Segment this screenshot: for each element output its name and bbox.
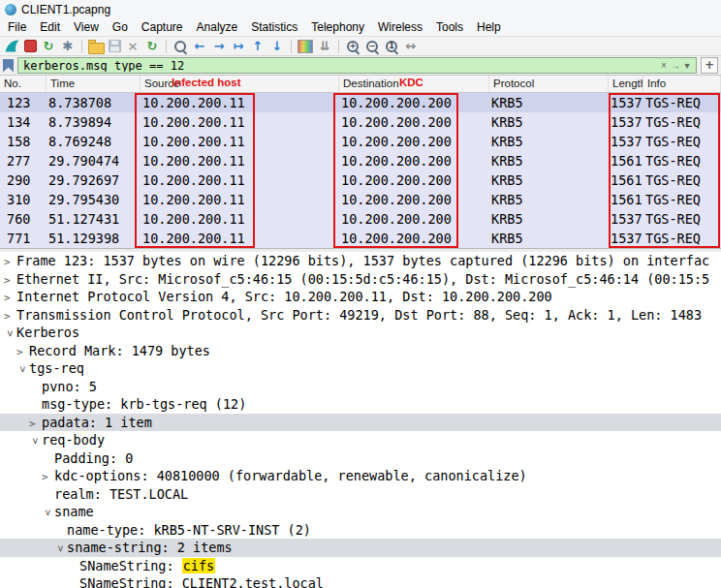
cell-time: 29.792697 — [47, 170, 141, 190]
detail-kerberos[interactable]: >Kerberos — [0, 324, 721, 342]
cell-time: 8.739894 — [47, 112, 141, 132]
close-file-icon[interactable]: × — [125, 39, 141, 54]
zoom-in-icon[interactable]: + — [345, 39, 360, 54]
filter-add-button[interactable]: + — [701, 57, 718, 74]
detail-realm[interactable]: realm: TEST.LOCAL — [0, 485, 721, 504]
detail-snamestring-cifs[interactable]: SNameString: cifs — [0, 557, 721, 575]
packet-row-310[interactable]: 31029.79543010.200.200.1110.200.200.200K… — [0, 190, 721, 209]
expander-icon[interactable]: > — [4, 290, 16, 306]
cell-info: TGS-REQ — [643, 93, 721, 112]
display-filter-input[interactable] — [21, 59, 658, 72]
go-back-icon[interactable]: ← — [192, 39, 207, 54]
resize-columns-icon[interactable]: ↔ — [403, 39, 419, 54]
reload-file-icon[interactable]: ↻ — [144, 39, 160, 54]
menu-file[interactable]: File — [1, 19, 33, 36]
detail-sname[interactable]: >sname — [0, 503, 721, 521]
first-packet-icon[interactable]: ↑ — [250, 39, 266, 54]
expander-icon[interactable]: > — [4, 272, 16, 289]
column-header-length[interactable]: Length — [609, 76, 643, 92]
column-header-time[interactable]: Time — [47, 76, 141, 92]
packet-row-134[interactable]: 1348.73989410.200.200.1110.200.200.200KR… — [0, 112, 721, 132]
filter-bar: × → ▾ + — [0, 56, 721, 76]
menu-view[interactable]: View — [67, 19, 106, 36]
detail-padding[interactable]: Padding: 0 — [0, 449, 721, 468]
zoom-reset-icon[interactable]: 1 — [384, 39, 399, 54]
detail-ethernet[interactable]: >Ethernet II, Src: Microsof_c5:46:15 (00… — [0, 270, 721, 289]
expander-icon[interactable]: > — [42, 469, 54, 485]
menu-capture[interactable]: Capture — [135, 19, 190, 36]
detail-ip-text: Internet Protocol Version 4, Src: 10.200… — [16, 289, 552, 304]
find-packet-icon[interactable] — [172, 39, 188, 54]
detail-kerberos-text: Kerberos — [16, 325, 79, 340]
expander-icon[interactable]: > — [1, 330, 19, 342]
detail-padding-text: Padding: 0 — [54, 450, 133, 466]
detail-frame[interactable]: >Frame 123: 1537 bytes on wire (12296 bi… — [0, 252, 721, 270]
expander-icon[interactable]: > — [39, 510, 57, 521]
cell-info: TGS-REQ — [643, 229, 721, 248]
zoom-out-icon-label: − — [367, 42, 377, 51]
filter-clear-icon[interactable]: × — [658, 59, 670, 73]
restart-capture-icon[interactable]: ↻ — [41, 39, 56, 54]
column-header-info[interactable]: Info — [643, 76, 721, 92]
filter-bookmark-icon[interactable] — [3, 59, 14, 73]
column-header-no[interactable]: No. — [0, 76, 47, 92]
detail-tcp[interactable]: >Transmission Control Protocol, Src Port… — [0, 306, 721, 325]
detail-ip[interactable]: >Internet Protocol Version 4, Src: 10.20… — [0, 288, 721, 306]
cell-time: 8.738708 — [47, 93, 141, 112]
auto-scroll-icon[interactable]: ⇊ — [317, 39, 332, 54]
cell-length: 1537 — [609, 132, 643, 151]
capture-options-icon[interactable]: ✱ — [60, 39, 76, 54]
packet-row-123[interactable]: 1238.73870810.200.200.1110.200.200.200KR… — [0, 93, 721, 112]
menu-edit[interactable]: Edit — [33, 19, 67, 36]
annotation-kdc: KDC — [399, 77, 423, 88]
packet-row-290[interactable]: 29029.79269710.200.200.1110.200.200.200K… — [0, 170, 721, 190]
menu-wireless[interactable]: Wireless — [371, 19, 429, 36]
menu-statistics[interactable]: Statistics — [244, 19, 304, 36]
expander-icon[interactable]: > — [29, 416, 42, 432]
detail-record-mark[interactable]: >Record Mark: 1479 bytes — [0, 342, 721, 360]
menu-telephony[interactable]: Telephony — [304, 19, 371, 36]
cell-destination: 10.200.200.200 — [339, 93, 489, 112]
last-packet-icon[interactable]: ↓ — [269, 39, 285, 54]
detail-req-body[interactable]: >req-body — [0, 431, 721, 449]
colorize-packets-icon[interactable] — [298, 40, 313, 53]
detail-snamestring-client2[interactable]: SNameString: CLIENT2.test.local — [0, 574, 721, 588]
detail-padata[interactable]: >padata: 1 item — [0, 414, 721, 432]
cell-length: 1537 — [609, 112, 643, 132]
cell-no: 290 — [0, 170, 47, 190]
detail-name-type[interactable]: name-type: kRB5-NT-SRV-INST (2) — [0, 521, 721, 540]
go-to-packet-icon[interactable]: ↦ — [231, 39, 246, 54]
menu-go[interactable]: Go — [106, 19, 135, 36]
start-capture-icon[interactable] — [4, 39, 20, 53]
menu-tools[interactable]: Tools — [429, 19, 470, 36]
go-forward-icon[interactable]: → — [211, 39, 227, 54]
zoom-out-icon[interactable]: − — [364, 39, 380, 54]
filter-apply-icon[interactable]: → — [670, 59, 681, 73]
packet-row-158[interactable]: 1588.76924810.200.200.1110.200.200.200KR… — [0, 132, 721, 151]
stop-capture-icon[interactable] — [24, 40, 37, 52]
filter-dropdown-icon[interactable]: ▾ — [681, 59, 693, 73]
menu-help[interactable]: Help — [470, 19, 508, 36]
menu-analyze[interactable]: Analyze — [190, 19, 245, 36]
cell-protocol: KRB5 — [489, 151, 609, 170]
packet-row-277[interactable]: 27729.79047410.200.200.1110.200.200.200K… — [0, 151, 721, 170]
detail-msg-type-text: msg-type: krb-tgs-req (12) — [42, 396, 246, 412]
save-file-icon[interactable] — [109, 40, 121, 52]
detail-tcp-text: Transmission Control Protocol, Src Port:… — [16, 307, 702, 323]
expander-icon[interactable]: > — [4, 254, 16, 270]
detail-kdc-options[interactable]: >kdc-options: 40810000 (forwardable, ren… — [0, 467, 721, 485]
expander-icon[interactable]: > — [14, 366, 32, 378]
detail-sname-string[interactable]: >sname-string: 2 items — [0, 539, 721, 557]
detail-tgs-req[interactable]: >tgs-req — [0, 359, 721, 378]
packet-row-771[interactable]: 77151.12939810.200.200.1110.200.200.200K… — [0, 229, 721, 248]
column-header-protocol[interactable]: Protocol — [489, 76, 609, 92]
expander-icon[interactable]: > — [16, 344, 29, 360]
expander-icon[interactable]: > — [26, 438, 45, 449]
open-file-icon[interactable] — [88, 43, 105, 54]
expander-icon[interactable]: > — [4, 308, 16, 325]
detail-msg-type[interactable]: msg-type: krb-tgs-req (12) — [0, 395, 721, 414]
packet-row-760[interactable]: 76051.12743110.200.200.1110.200.200.200K… — [0, 209, 721, 229]
detail-pvno[interactable]: pvno: 5 — [0, 378, 721, 396]
expander-icon[interactable]: > — [51, 545, 70, 557]
packet-list-header: Infected host KDC No.TimeSourceDestinati… — [0, 76, 721, 93]
